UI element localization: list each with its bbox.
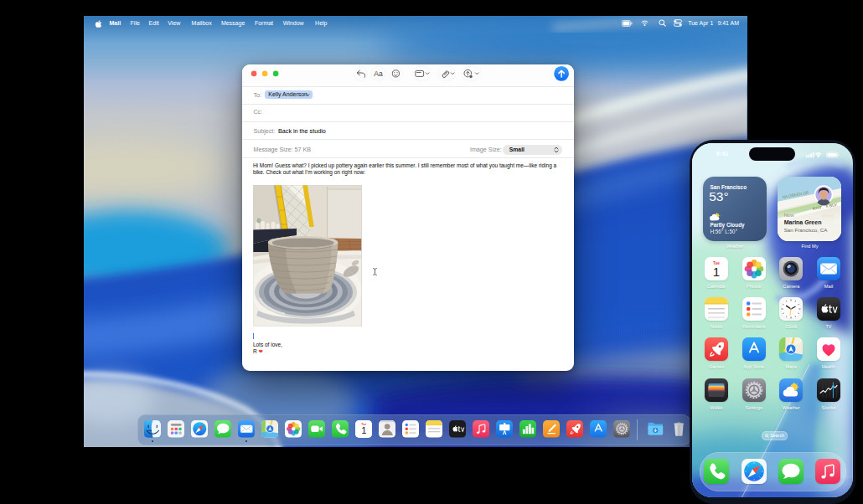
svg-text:1: 1 (713, 265, 720, 279)
svg-text:Aa: Aa (374, 69, 383, 78)
svg-text:1: 1 (361, 426, 366, 436)
